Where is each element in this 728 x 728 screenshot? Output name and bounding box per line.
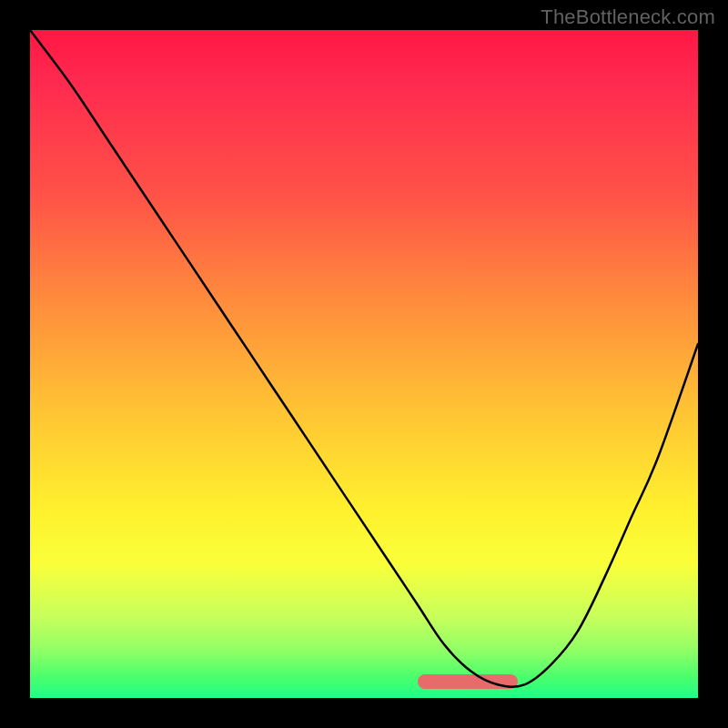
plot-area — [30, 30, 698, 698]
curve-svg — [30, 30, 698, 698]
watermark-text: TheBottleneck.com — [541, 5, 715, 29]
bottleneck-curve — [30, 30, 698, 687]
chart-container: TheBottleneck.com — [0, 0, 728, 728]
